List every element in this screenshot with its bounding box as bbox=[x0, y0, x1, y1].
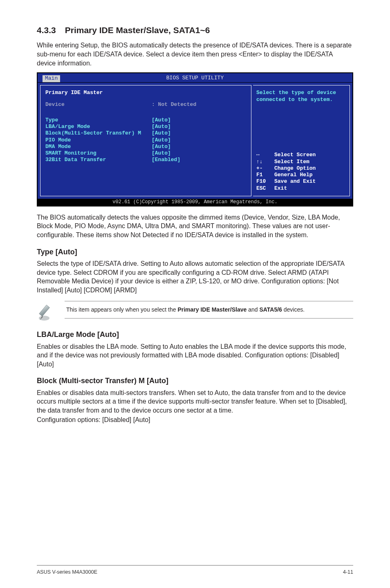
bios-key-row: +-Change Option bbox=[256, 165, 346, 172]
bios-setting-label: Type bbox=[45, 117, 152, 123]
bios-setting-label: SMART Monitoring bbox=[45, 150, 152, 157]
svg-rect-2 bbox=[39, 305, 50, 316]
bios-key-row: ↔Select Screen bbox=[256, 152, 346, 158]
bios-setting-label: Block(Multi-Sector Transfer) M bbox=[45, 130, 152, 137]
bios-key-desc: Select Screen bbox=[274, 152, 316, 158]
bios-setting-value: [Enabled] bbox=[152, 157, 180, 163]
bios-setting-row: 32Bit Data Transfer[Enabled] bbox=[45, 157, 246, 163]
lba-body: Enables or disables the LBA mode. Settin… bbox=[37, 342, 353, 369]
bios-key: ↑↓ bbox=[256, 159, 274, 165]
bios-setting-value: [Auto] bbox=[152, 137, 171, 144]
bios-help-text: Select the type of device connected to t… bbox=[256, 90, 346, 111]
bios-key-row: F10Save and Exit bbox=[256, 178, 346, 185]
bios-left-panel: Primary IDE Master Device : Not Detected… bbox=[40, 85, 251, 196]
svg-point-0 bbox=[39, 316, 49, 321]
block-body-2: Configuration options: [Disabled] [Auto] bbox=[37, 415, 353, 424]
block-heading: Block (Multi-sector Transfer) M [Auto] bbox=[37, 376, 353, 386]
bios-key-desc: Select Item bbox=[274, 159, 309, 165]
bios-key: F10 bbox=[256, 178, 274, 185]
bios-title: BIOS SETUP UTILITY bbox=[166, 75, 224, 81]
bios-footer: v02.61 (C)Copyright 1985-2009, American … bbox=[38, 199, 352, 206]
note-text: This item appears only when you select t… bbox=[65, 301, 353, 318]
bios-key-row: ↑↓Select Item bbox=[256, 159, 346, 165]
bios-setting-value: [Auto] bbox=[152, 144, 171, 150]
bios-key-desc: General Help bbox=[274, 172, 313, 178]
bios-setting-row: DMA Mode[Auto] bbox=[45, 144, 246, 150]
bios-setting-value: [Auto] bbox=[152, 150, 171, 157]
bios-setting-row: Type[Auto] bbox=[45, 117, 246, 123]
bios-setting-label: 32Bit Data Transfer bbox=[45, 157, 152, 163]
bios-key: F1 bbox=[256, 172, 274, 178]
bios-key-desc: Save and Exit bbox=[274, 178, 316, 185]
pencil-icon bbox=[37, 303, 56, 322]
footer-right: 4-11 bbox=[343, 569, 353, 576]
bios-device-label: Device bbox=[45, 101, 152, 108]
type-body: Selects the type of IDE/SATA drive. Sett… bbox=[37, 259, 353, 294]
section-title-text: Primary IDE Master/Slave, SATA1~6 bbox=[65, 25, 210, 35]
bios-setting-label: LBA/Large Mode bbox=[45, 123, 152, 130]
section-number: 4.3.3 bbox=[37, 25, 56, 36]
bios-device-value: : Not Detected bbox=[152, 101, 196, 108]
bios-key: ↔ bbox=[256, 152, 274, 158]
lba-heading: LBA/Large Mode [Auto] bbox=[37, 330, 353, 339]
bios-setting-row: SMART Monitoring[Auto] bbox=[45, 150, 246, 157]
footer-left: ASUS V-series M4A3000E bbox=[37, 569, 97, 576]
bios-key-desc: Exit bbox=[274, 185, 287, 192]
bios-key-row: F1General Help bbox=[256, 172, 346, 178]
bios-panel-title: Primary IDE Master bbox=[45, 90, 246, 96]
page-footer: ASUS V-series M4A3000E 4-11 bbox=[37, 565, 353, 576]
after-bios-paragraph: The BIOS automatically detects the value… bbox=[37, 213, 353, 240]
bios-setting-row: LBA/Large Mode[Auto] bbox=[45, 123, 246, 130]
bios-setting-label: PIO Mode bbox=[45, 137, 152, 144]
bios-key-desc: Change Option bbox=[274, 165, 316, 172]
bios-setting-row: Block(Multi-Sector Transfer) M[Auto] bbox=[45, 130, 246, 137]
section-heading: 4.3.3Primary IDE Master/Slave, SATA1~6 bbox=[37, 25, 353, 36]
bios-key-row: ESCExit bbox=[256, 185, 346, 192]
bios-setting-value: [Auto] bbox=[152, 130, 171, 137]
bios-setting-row: PIO Mode[Auto] bbox=[45, 137, 246, 144]
block-body-1: Enables or disables data multi-sectors t… bbox=[37, 388, 353, 415]
bios-tabbar: Main bbox=[43, 75, 60, 82]
bios-tab-main: Main bbox=[43, 75, 60, 82]
type-heading: Type [Auto] bbox=[37, 247, 353, 257]
bios-setting-value: [Auto] bbox=[152, 117, 171, 123]
bios-key: ESC bbox=[256, 185, 274, 192]
intro-paragraph: While entering Setup, the BIOS automatic… bbox=[37, 41, 353, 67]
bios-setting-label: DMA Mode bbox=[45, 144, 152, 150]
bios-key: +- bbox=[256, 165, 274, 172]
bios-device-row: Device : Not Detected bbox=[45, 101, 246, 108]
note-box: This item appears only when you select t… bbox=[37, 301, 353, 322]
bios-right-panel: Select the type of device connected to t… bbox=[253, 85, 350, 196]
bios-header: BIOS SETUP UTILITY Main bbox=[38, 73, 352, 83]
bios-setting-value: [Auto] bbox=[152, 123, 171, 130]
bios-screenshot: BIOS SETUP UTILITY Main Primary IDE Mast… bbox=[37, 72, 353, 206]
